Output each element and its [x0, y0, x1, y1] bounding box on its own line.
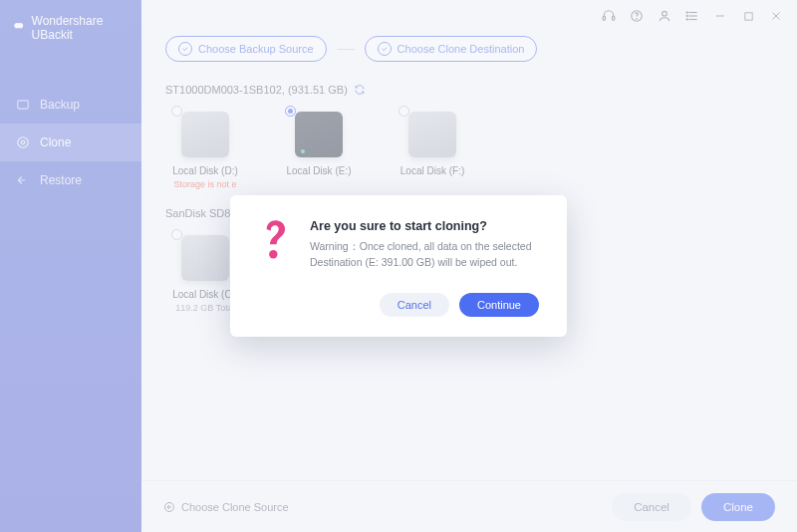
dialog-title: Are you sure to start cloning? [310, 219, 539, 233]
modal-overlay: Are you sure to start cloning? Warning：O… [0, 0, 797, 532]
question-icon [258, 219, 292, 317]
dialog-continue-button[interactable]: Continue [459, 293, 539, 317]
dialog-cancel-button[interactable]: Cancel [380, 293, 449, 317]
dialog-message: Warning：Once cloned, all data on the sel… [310, 239, 539, 271]
confirm-dialog: Are you sure to start cloning? Warning：O… [230, 195, 567, 337]
svg-point-20 [269, 250, 277, 258]
